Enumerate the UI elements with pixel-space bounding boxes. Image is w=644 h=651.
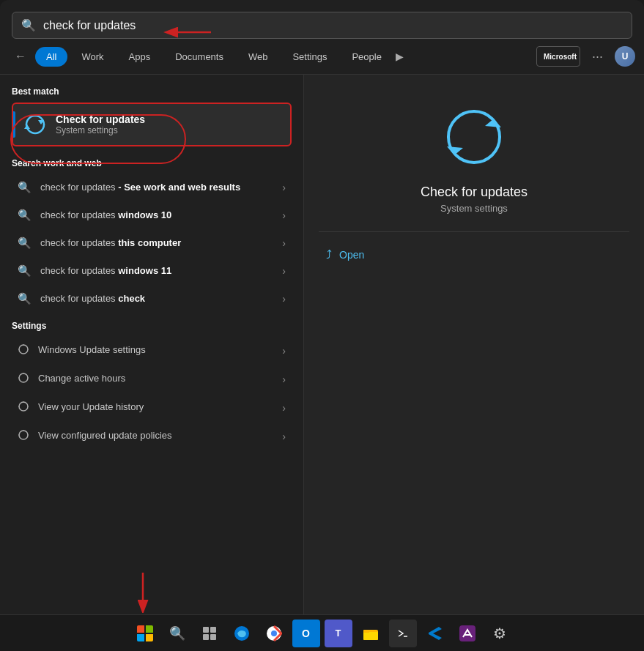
svg-rect-17 [459,625,475,641]
tabs-row: ← All Work Apps Documents Web Settings P… [0,39,644,75]
result-arrow-2: › [282,209,286,221]
svg-rect-14 [363,632,378,640]
result-arrow-4: › [282,265,286,277]
svg-rect-6 [203,627,209,633]
result-item-4[interactable]: 🔍 check for updates windows 11 › [12,258,292,284]
tab-documents[interactable]: Documents [164,47,234,67]
main-content: Best match Check for updates System sett… [0,75,644,615]
result-arrow-3: › [282,237,286,249]
taskbar-vscode[interactable] [421,620,449,647]
tab-all[interactable]: All [35,47,67,67]
taskbar-outlook[interactable]: O [292,620,320,647]
tab-people[interactable]: People [341,47,392,67]
settings-item-2[interactable]: Change active hours › [12,365,292,393]
svg-marker-3 [24,124,30,129]
settings-arrow-3: › [282,402,286,414]
search-panel: 🔍 ← All Work Apps Documents Web Settings… [0,0,644,615]
svg-rect-7 [210,627,216,633]
taskbar-teams[interactable]: T [325,620,352,647]
svg-marker-5 [447,146,463,155]
search-result-icon-3: 🔍 [18,237,32,250]
open-label: Open [339,249,364,261]
svg-point-12 [271,630,277,636]
back-button[interactable]: ← [9,47,32,66]
result-arrow-5: › [282,293,286,305]
settings-arrow-4: › [282,431,286,442]
result-text-2: check for updates windows 10 [40,209,273,222]
taskbar-task-view[interactable] [196,620,223,647]
settings-section-label: Settings [12,321,292,331]
taskbar-visual-studio[interactable] [454,620,481,647]
right-panel-subtitle: System settings [440,203,508,214]
taskbar-settings[interactable]: ⚙ [486,620,514,647]
result-text-3: check for updates this computer [40,237,273,250]
settings-item-4[interactable]: View configured update policies › [12,423,292,450]
taskbar-edge[interactable] [228,620,256,647]
search-result-icon-4: 🔍 [18,264,32,278]
result-text-1: check for updates - See work and web res… [40,182,273,194]
search-bar: 🔍 [12,12,632,39]
right-panel-title: Check for updates [421,185,528,200]
svg-rect-8 [203,634,209,640]
taskbar-chrome[interactable] [260,620,288,647]
taskbar-start-button[interactable] [131,620,159,647]
search-work-web-label: Search work and web [12,158,292,168]
taskbar-file-explorer[interactable] [357,620,385,647]
update-icon-large [441,104,507,170]
avatar[interactable]: U [615,46,635,67]
search-icon: 🔍 [21,18,36,32]
result-item-1[interactable]: 🔍 check for updates - See work and web r… [12,174,292,201]
best-match-title: Check for updates [56,114,145,125]
tab-web[interactable]: Web [237,47,279,67]
settings-section: Settings Windows Update settings › [12,321,292,450]
settings-arrow-2: › [282,373,286,385]
result-text-4: check for updates windows 11 [40,265,273,278]
more-tabs-button[interactable]: ▶ [396,51,404,62]
update-icon-small [23,113,47,136]
result-item-5[interactable]: 🔍 check for updates check › [12,286,292,312]
windows-logo-icon [137,625,153,641]
best-match-label: Best match [12,86,292,97]
settings-icon-3 [18,401,29,414]
search-result-icon-2: 🔍 [18,209,32,222]
tab-work[interactable]: Work [70,47,114,67]
search-result-icon-5: 🔍 [18,292,32,305]
more-options-button[interactable]: ··· [588,48,607,66]
tab-settings[interactable]: Settings [281,47,338,67]
svg-rect-15 [363,630,369,633]
settings-arrow-1: › [282,345,286,357]
settings-item-3[interactable]: View your Update history › [12,394,292,421]
taskbar: 🔍 O T [0,614,644,651]
tab-apps[interactable]: Apps [118,47,162,67]
result-item-3[interactable]: 🔍 check for updates this computer › [12,230,292,256]
microsoft-logo[interactable]: Microsoft [536,46,580,67]
open-icon: ⤴ [326,248,332,261]
right-panel: Check for updates System settings ⤴ Open [304,75,644,615]
svg-marker-4 [485,119,501,127]
settings-icon-1 [18,343,29,357]
taskbar-search[interactable]: 🔍 [163,620,191,647]
result-arrow-1: › [282,182,286,193]
microsoft-label: Microsoft [544,53,577,61]
settings-text-4: View configured update policies [38,430,273,442]
svg-rect-9 [210,634,216,640]
result-text-5: check for updates check [40,293,273,305]
best-match-item[interactable]: Check for updates System settings [12,103,292,146]
search-result-icon-1: 🔍 [18,181,32,194]
taskbar-terminal[interactable] [389,620,417,647]
settings-item-1[interactable]: Windows Update settings › [12,337,292,364]
settings-text-3: View your Update history [38,401,273,414]
settings-text-1: Windows Update settings [38,344,273,357]
search-input[interactable] [43,19,623,32]
settings-icon-2 [18,372,29,386]
left-panel: Best match Check for updates System sett… [0,75,304,615]
open-button[interactable]: ⤴ Open [319,244,364,266]
result-item-2[interactable]: 🔍 check for updates windows 10 › [12,202,292,228]
right-panel-divider [319,231,629,232]
settings-text-2: Change active hours [38,373,273,385]
settings-icon-4 [18,429,29,443]
best-match-subtitle: System settings [56,125,145,135]
